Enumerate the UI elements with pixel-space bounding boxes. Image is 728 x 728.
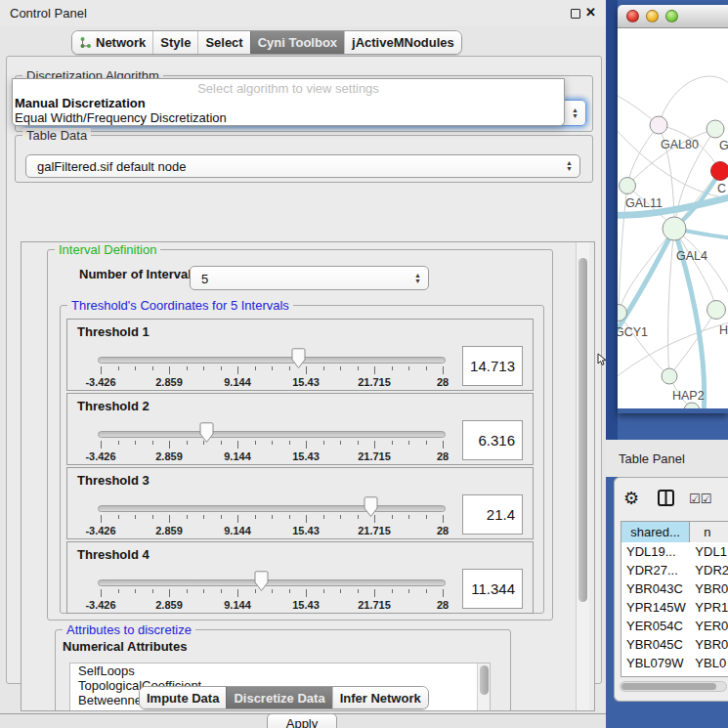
network-view-window[interactable]: GAL80GACGAL11GAL4GCY1HHAP2 <box>618 5 728 413</box>
vscroll-thumb[interactable] <box>578 258 587 602</box>
table-horizontal-scrollbar[interactable] <box>620 681 727 692</box>
tab-infer-network[interactable]: Infer Network <box>332 687 428 708</box>
threshold-value-field[interactable]: 6.316 <box>462 420 523 460</box>
slider-thumb[interactable] <box>253 571 270 592</box>
cell-shared-name[interactable]: YBL079W <box>621 654 690 672</box>
tab-select[interactable]: Select <box>197 31 249 54</box>
cell-name[interactable]: YER0 <box>690 617 728 635</box>
threshold-value-field[interactable]: 21.4 <box>462 494 523 535</box>
attribute-item[interactable]: SelfLoops <box>70 664 490 678</box>
minimize-traffic-icon[interactable] <box>646 10 659 22</box>
cell-shared-name[interactable]: YPR145W <box>621 598 690 617</box>
columns-icon[interactable] <box>658 490 674 510</box>
cell-name[interactable]: YDR2 <box>690 561 728 579</box>
table-row[interactable]: YDL19...YDL1 <box>621 542 728 561</box>
column-header-name[interactable]: n <box>690 522 728 542</box>
network-node-label: GAL80 <box>661 138 699 151</box>
threshold-coordinates-group: Threshold's Coordinates for 5 Intervals … <box>60 305 544 614</box>
zoom-traffic-icon[interactable] <box>665 10 678 22</box>
threshold-row-2: Threshold 2-3.4262.8599.14415.4321.71528… <box>66 393 534 465</box>
network-node-C[interactable] <box>711 162 728 181</box>
algorithm-popup: Select algorithm to view settings Manual… <box>12 78 565 126</box>
network-icon <box>79 36 92 49</box>
network-node-GAL80[interactable] <box>650 116 667 134</box>
network-canvas[interactable]: GAL80GACGAL11GAL4GCY1HHAP2 <box>618 28 728 408</box>
cell-shared-name[interactable]: YBR043C <box>621 579 690 598</box>
cell-name[interactable]: YBR0 <box>690 635 728 654</box>
number-of-intervals-value: 5 <box>201 271 208 285</box>
desktop-shadow <box>606 0 618 442</box>
hscroll-thumb[interactable] <box>621 683 716 690</box>
number-of-intervals-combo[interactable]: 5 ▲▼ <box>190 266 429 290</box>
table-row[interactable]: YBR045CYBR0 <box>621 635 728 654</box>
threshold-label: Threshold 4 <box>77 547 150 562</box>
tab-impute-data[interactable]: Impute Data <box>140 687 226 708</box>
tab-network[interactable]: Network <box>72 31 152 54</box>
column-header-shared-name[interactable]: shared... <box>621 522 690 542</box>
network-node-GAL11[interactable] <box>620 178 636 194</box>
combo-stepper-icon: ▲▼ <box>566 160 573 172</box>
cell-shared-name[interactable]: YER054C <box>621 617 690 635</box>
table-body[interactable]: YDL19...YDL1YDR27...YDR2YBR043CYBR0YPR14… <box>621 542 728 677</box>
popup-option-equal-width-frequency[interactable]: Equal Width/Frequency Discretization <box>13 110 564 125</box>
table-data-combo[interactable]: galFiltered.sif default node ▲▼ <box>25 154 580 178</box>
interval-definition-group-label: Interval Definition <box>55 242 160 257</box>
close-traffic-icon[interactable] <box>626 10 639 22</box>
table-row[interactable]: YBR043CYBR0 <box>621 579 728 598</box>
slider-track[interactable] <box>98 579 446 586</box>
cell-shared-name[interactable]: YBR045C <box>621 635 690 654</box>
cell-name[interactable]: YDL1 <box>690 542 728 561</box>
close-icon[interactable]: ✕ <box>585 5 596 20</box>
slider-thumb[interactable] <box>198 422 215 444</box>
network-node-GAL4[interactable] <box>663 217 686 240</box>
tab-discretize-data[interactable]: Discretize Data <box>226 687 331 708</box>
vscroll-thumb[interactable] <box>480 665 489 695</box>
slider-thumb[interactable] <box>290 348 307 369</box>
table-row[interactable]: YBL079WYBL0 <box>621 654 728 672</box>
tab-cyni-toolbox[interactable]: Cyni Toolbox <box>250 31 344 54</box>
gear-icon[interactable]: ⚙ <box>623 488 639 509</box>
select-all-columns-icon[interactable]: ☑☑ <box>689 492 711 506</box>
threshold-value-field[interactable]: 14.713 <box>462 346 523 386</box>
popup-option-manual-discretization[interactable]: Manual Discretization <box>13 96 564 110</box>
combo-stepper-icon: ▲▼ <box>572 107 578 119</box>
network-node-GA[interactable] <box>707 120 724 138</box>
cell-shared-name[interactable]: YLR345W <box>621 672 690 677</box>
threshold-row-4: Threshold 4-3.4262.8599.14415.4321.71528… <box>66 541 534 614</box>
threshold-value-field[interactable]: 11.344 <box>462 569 523 609</box>
table-data-combo-value: galFiltered.sif default node <box>37 159 186 174</box>
attributes-list-scrollbar[interactable] <box>477 664 490 711</box>
slider-track[interactable] <box>98 431 446 438</box>
table-row[interactable]: YER054CYER0 <box>621 617 728 635</box>
tab-style[interactable]: Style <box>152 31 197 54</box>
network-node-HAP2[interactable] <box>662 368 677 384</box>
cell-name[interactable]: YLR3 <box>690 672 728 677</box>
float-window-icon[interactable] <box>571 9 580 19</box>
network-window-titlebar[interactable] <box>618 5 728 28</box>
slider-thumb[interactable] <box>363 496 379 518</box>
apply-button[interactable]: Apply <box>267 713 337 728</box>
slider-ticks <box>101 515 443 523</box>
cell-shared-name[interactable]: YDR27... <box>621 561 690 579</box>
table-data-group: Table Data galFiltered.sif default node … <box>15 135 593 183</box>
cell-shared-name[interactable]: YDL19... <box>621 542 690 561</box>
slider-track[interactable] <box>98 505 446 512</box>
settings-scrollpane: Interval Definition Number of Intervals … <box>21 241 595 711</box>
settings-scrollbar[interactable] <box>576 242 589 711</box>
slider-track[interactable] <box>98 357 446 364</box>
tab-jactivemnodules[interactable]: jActiveMNodules <box>344 31 461 54</box>
cell-name[interactable]: YPR1 <box>690 598 728 617</box>
table-panel-title: Table Panel <box>619 451 685 466</box>
table-header-row[interactable]: shared... n <box>621 522 728 542</box>
table-row[interactable]: YDR27...YDR2 <box>621 561 728 579</box>
slider-tick-labels: -3.4262.8599.14415.4321.71528 <box>101 376 443 388</box>
table-row[interactable]: YPR145WYPR1 <box>621 598 728 617</box>
node-table[interactable]: shared... n YDL19...YDL1YDR27...YDR2YBR0… <box>621 521 728 677</box>
cell-name[interactable]: YBR0 <box>690 579 728 598</box>
control-panel-titlebar[interactable]: Control Panel ✕ <box>0 0 606 26</box>
bottom-tabstrip: Impute Data Discretize Data Infer Networ… <box>139 686 429 709</box>
network-node-H[interactable] <box>707 301 726 320</box>
control-panel-window: Control Panel ✕ Network Style Select Cyn… <box>0 0 606 714</box>
cell-name[interactable]: YBL0 <box>690 654 728 672</box>
table-row[interactable]: YLR345WYLR3 <box>621 672 728 677</box>
